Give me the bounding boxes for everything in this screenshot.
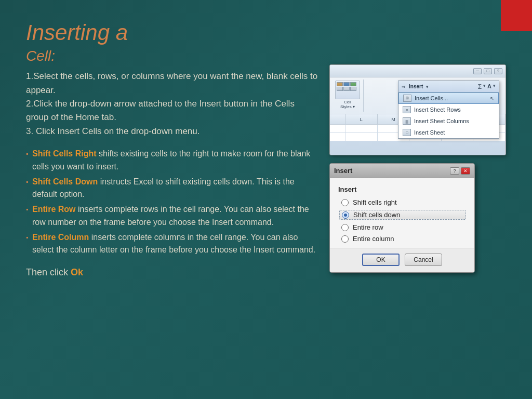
bullet-item-3: Entire Row inserts complete rows in the … [26,203,319,229]
radio-shift-right-circle[interactable] [341,199,349,206]
then-click-ok: Ok [71,267,83,277]
radio-shift-down-circle[interactable] [342,211,349,219]
radio-entire-row-circle[interactable] [341,224,349,231]
radio-shift-down-label: Shift cells down [353,211,400,219]
insert-cells-label: Insert Cells... [415,95,448,101]
bullet-3-highlight: Entire Row [32,205,76,214]
insert-dropdown-header: ⇒ Insert ▾ Σ ▾ A ▾ [398,81,499,92]
then-click-area: Then click Ok [26,267,319,278]
steps-text: 1.Select the cells, rows, or columns whe… [26,70,319,138]
dialog-close-button[interactable]: ✕ [461,167,470,175]
sigma-icon: Σ [478,83,482,90]
insert-sheet-rows-label: Insert Sheet Rows [414,107,461,113]
ribbon-body: CellStyles ▾ ⇒ Insert ▾ [330,77,506,155]
insert-area: ⇒ Insert ▾ Σ ▾ A ▾ [365,79,503,112]
bullet-item-4: Entire Column inserts complete columns i… [26,231,319,257]
cs-row-1 [337,82,358,86]
insert-sheet-menu-item: □ Insert Sheet [398,127,499,138]
cs-cell-3 [350,82,356,86]
ribbon-titlebar: ─ □ ? [330,65,506,77]
right-column: ─ □ ? [329,64,506,273]
dialog-control-buttons: ? ✕ [450,167,470,175]
insert-cells-menu-item: ⊞ Insert Cells... ↖ [398,92,499,104]
maximize-icon: □ [484,68,492,74]
cs-cell-4 [337,87,343,91]
bullet-section: Shift Cells Right shifts existing cells … [26,148,319,257]
insert-dialog: Insert ? ✕ Insert Shift cells right [329,163,475,273]
cs-cell-1 [337,82,343,86]
insert-sheet-columns-label: Insert Sheet Columns [414,118,469,124]
bullet-item-1: Shift Cells Right shifts existing cells … [26,148,319,174]
cs-cell-6 [350,87,356,91]
insert-sheet-columns-icon: ||| [403,117,411,125]
bullet-2-highlight: Shift Cells Down [32,177,98,186]
radio-entire-row-label: Entire row [353,223,383,231]
bullet-4-highlight: Entire Column [32,233,89,242]
slide-title: Inserting a Cell: [26,21,506,64]
insert-sheet-columns-menu-item: ||| Insert Sheet Columns [398,115,499,127]
dialog-ok-button[interactable]: OK [362,254,400,266]
sigma-area: Σ ▾ A ▾ [478,83,496,90]
cs-cell-2 [343,82,350,86]
dialog-titlebar: Insert ? ✕ [330,164,474,178]
then-click-prefix: Then click [26,267,71,277]
grid-cell-row2-1 [345,133,378,141]
cs-cell-5 [343,87,350,91]
insert-sheet-label: Insert Sheet [414,129,445,136]
bullet-1-highlight: Shift Cells Right [32,149,97,158]
radio-entire-row: Entire row [341,223,466,231]
content-area: 1.Select the cells, rows, or columns whe… [26,70,506,278]
grid-row-header [330,114,345,125]
minimize-icon: ─ [473,68,482,74]
radio-entire-column: Entire column [341,235,466,243]
insert-menu: ⊞ Insert Cells... ↖ ≡ [398,92,499,138]
radio-shift-down: Shift cells down [339,210,466,220]
insert-radio-group: Shift cells right Shift cells down Entir… [338,198,466,243]
dialog-cancel-button[interactable]: Cancel [405,254,442,266]
excel-ribbon-screenshot: ─ □ ? [329,64,506,155]
left-column: 1.Select the cells, rows, or columns whe… [26,70,319,278]
grid-cell-row1-1 [345,125,378,133]
dialog-body: Insert Shift cells right Shift cells dow… [330,178,474,248]
insert-button-label: Insert [409,84,423,89]
title-line2: Cell: [26,48,506,64]
radio-shift-right: Shift cells right [341,198,466,206]
cell-styles-icon [335,81,360,99]
dialog-question-button[interactable]: ? [450,167,459,175]
insert-dropdown-menu: ⇒ Insert ▾ Σ ▾ A ▾ [398,81,499,139]
insert-sheet-rows-icon: ≡ [403,106,411,113]
dialog-footer: OK Cancel [330,248,474,272]
radio-entire-column-label: Entire column [353,235,394,243]
dialog-section-title: Insert [338,185,466,193]
insert-sheet-rows-menu-item: ≡ Insert Sheet Rows [398,104,499,115]
cell-styles-label: CellStyles ▾ [340,100,355,109]
grid-cell-row2-0 [330,133,345,141]
cs-row-2 [337,87,358,91]
bullet-item-2: Shift Cells Down instructs Excel to shif… [26,176,319,202]
dialog-title: Insert [334,167,352,175]
insert-sheet-icon: □ [403,129,411,136]
ribbon-content: CellStyles ▾ ⇒ Insert ▾ [330,77,506,114]
cell-styles-group: CellStyles ▾ [332,79,364,112]
grid-col-l: L [345,114,378,125]
insert-cells-icon: ⊞ [403,95,411,102]
ribbon-help-icon: ? [494,68,502,74]
grid-cell-row1-0 [330,125,345,133]
radio-entire-column-circle[interactable] [341,235,349,243]
slide: Inserting a Cell: 1.Select the cells, ro… [0,0,532,399]
radio-shift-right-label: Shift cells right [353,198,397,206]
red-corner-accent [501,0,532,31]
title-line1: Inserting a [26,21,506,45]
